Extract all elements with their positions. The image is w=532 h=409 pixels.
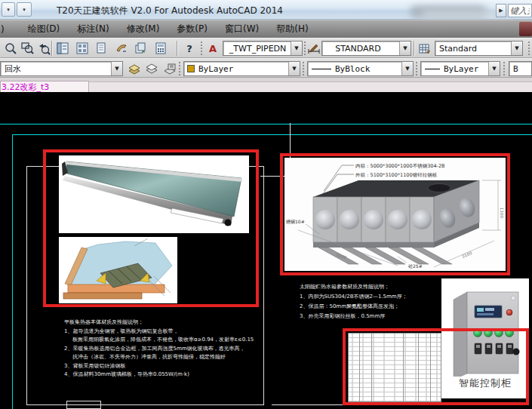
table-style-combo[interactable]: Standard ▼: [435, 41, 523, 56]
toolbar-grip[interactable]: [179, 62, 181, 75]
dim-style-manager-button[interactable]: [306, 40, 321, 57]
lineweight-value: ByLayer: [440, 64, 478, 74]
quickcalc-button[interactable]: [152, 40, 169, 57]
question-mark-icon: ?: [186, 43, 192, 54]
toolbar-grip[interactable]: [201, 42, 203, 55]
layers-previous-icon: [162, 63, 176, 75]
chevron-down-icon: ▾: [23, 7, 26, 13]
calculator-icon: [155, 42, 167, 54]
dim-style-combo[interactable]: STANDARD ▼: [321, 41, 411, 56]
text-style-manager-button[interactable]: A: [204, 40, 221, 57]
drawing-tab-strip: 3.22改彩_t3: [0, 78, 532, 92]
layers-current-icon: [145, 63, 158, 75]
quick-access-overflow-button[interactable]: ▾: [17, 2, 32, 17]
menu-item-parameters[interactable]: 参数(P): [171, 20, 213, 38]
chevron-down-icon: ▼: [288, 62, 300, 75]
menu-item-clipped[interactable]: ): [0, 22, 10, 37]
lineweight-sample: [425, 69, 440, 69]
chevron-down-icon: ▼: [291, 42, 302, 55]
collector-notes: 平板集热器本体材质及性能说明； 1、超导流道为全铜管，吸热板为铜铝复合板带， 板…: [64, 318, 254, 380]
toolbar-separator: [414, 41, 415, 56]
menu-item-dimension[interactable]: 标注(N): [72, 20, 114, 38]
tank-note-line: 太阳能贮热水箱参数材质及性能说明；: [300, 282, 407, 292]
dim-style-value: STANDARD: [331, 44, 381, 54]
sheets-stack-icon: [135, 42, 147, 54]
dim-pencil-icon: [308, 43, 320, 54]
properties-palette-button[interactable]: [54, 40, 71, 57]
chevron-down-icon: ▾: [7, 7, 10, 13]
collector-note-line: 2、采暖集热板选用铝合金边框，加工同高强度5mm钢化玻璃布，透光率高，: [64, 345, 254, 354]
text-style-combo[interactable]: _TWT_PIPEDN ▼: [223, 41, 303, 56]
text-style-icon: A: [209, 43, 217, 54]
quick-access-dropdown-button[interactable]: ▾: [2, 2, 15, 17]
lineweight-combo[interactable]: ByLayer ▼: [420, 61, 500, 76]
chevron-down-icon: ▼: [399, 42, 411, 55]
magnifier-icon: [5, 42, 17, 55]
layer-previous-button[interactable]: [161, 60, 177, 77]
magnifier-back-icon: [38, 42, 51, 55]
chevron-down-icon: ▼: [111, 62, 122, 75]
table-style-value: Standard: [435, 44, 477, 54]
zoom-window-button[interactable]: [19, 40, 35, 57]
collector-note-line: 3、背板采用镀铝锌涂钢板: [64, 362, 254, 371]
cyan-line-horizontal: [12, 134, 532, 135]
menu-item-modify[interactable]: 修改(M): [121, 20, 165, 38]
table-style-manager-button[interactable]: [417, 40, 433, 57]
menu-item-window[interactable]: 窗口(W): [220, 20, 264, 38]
layer-combo[interactable]: 回水 ▼: [0, 61, 123, 76]
dbconnect-button[interactable]: [133, 40, 149, 57]
collector-note-line: 1、超导流道为全铜管，吸热板为铜铝复合板带，: [64, 328, 254, 337]
plotstyle-combo-clipped[interactable]: B: [509, 61, 532, 76]
color-value: ByLayer: [195, 64, 233, 74]
layer-value: 回水: [1, 63, 21, 75]
toolbar-separator: [177, 41, 178, 56]
color-combo[interactable]: ByLayer ▼: [183, 61, 300, 76]
menu-bar: ) 绘图(D) 标注(N) 修改(M) 参数(P) 窗口(W) 帮助(H): [0, 20, 532, 38]
layer-properties-button[interactable]: [126, 60, 142, 77]
tank-note-line: 1、内胆为SUS304/2B不锈钢2—1.5mm厚；: [300, 292, 407, 302]
highlight-box-tank: [280, 153, 510, 275]
table-brush-icon: [419, 43, 431, 54]
highlight-box-cabinet: [343, 328, 529, 405]
tank-notes: 太阳能贮热水箱参数材质及性能说明； 1、内胆为SUS304/2B不锈钢2—1.5…: [300, 282, 407, 321]
titleblock-cell-fragment: [66, 401, 101, 409]
tab-drawing[interactable]: 3.22改彩_t3: [0, 81, 89, 92]
text-style-value: _TWT_PIPEDN: [226, 44, 286, 54]
zoom-previous-button[interactable]: [35, 40, 52, 57]
tool-palettes-button[interactable]: [74, 40, 91, 57]
chevron-down-icon: ▼: [488, 62, 500, 75]
tank-note-line: 2、保温层：50mm聚氨酯整体高压发泡；: [300, 302, 407, 312]
toolbar-grip[interactable]: [303, 62, 305, 75]
toolbar-grip[interactable]: [528, 42, 530, 55]
properties-toolbar: 回水 ▼ ByLayer ▼ B: [0, 58, 532, 78]
chevron-down-icon: ▼: [511, 42, 522, 55]
clipped-panel-edge: [519, 22, 532, 36]
toolbar-grip[interactable]: [416, 62, 418, 75]
toolbar-grip[interactable]: [503, 62, 506, 75]
menu-item-draw[interactable]: 绘图(D): [23, 20, 66, 38]
collector-note-line: 4、保温材料30mm玻璃棉板，导热率0.055W/(m·k): [64, 371, 254, 380]
make-layer-current-button[interactable]: [143, 60, 159, 77]
cyan-line-vertical: [12, 134, 13, 409]
highlight-box-collector: [43, 149, 259, 307]
sheet-set-icon: [96, 42, 108, 54]
chevron-down-icon: ▼: [401, 62, 413, 75]
tool-palettes-icon: [76, 42, 88, 54]
drawing-canvas[interactable]: 内箱：5000*3000*1000不锈钢304-2B 外箱：5100*3100*…: [0, 92, 532, 409]
layers-icon: [128, 63, 141, 75]
sheet-set-manager-button[interactable]: [94, 40, 110, 57]
linetype-combo[interactable]: ByBlock ▼: [307, 61, 414, 76]
help-button[interactable]: ?: [181, 40, 198, 57]
collector-note-line: 板面采用阳极氧化涂层，降低成本，不褪色，吸收率α≥0.94，发射率ε≤0.15: [64, 336, 254, 345]
menu-item-help[interactable]: 帮助(H): [271, 20, 313, 38]
zoom-realtime-button[interactable]: [2, 40, 19, 57]
tank-note-line: 3、外壳采用彩钢拉丝板，0.5mm厚: [300, 312, 407, 321]
infocenter-expand-button[interactable]: ▶: [496, 4, 506, 17]
color-swatch: [187, 65, 195, 72]
window-title: T20天正建筑软件 V2.0 For Autodesk AutoCAD 2014: [57, 5, 283, 17]
cyan-line-horizontal: [0, 124, 532, 125]
infocenter-search-input[interactable]: [508, 4, 532, 17]
linetype-sample: [312, 69, 331, 69]
properties-palette-icon: [57, 42, 69, 54]
markup-set-manager-button[interactable]: [113, 40, 130, 57]
